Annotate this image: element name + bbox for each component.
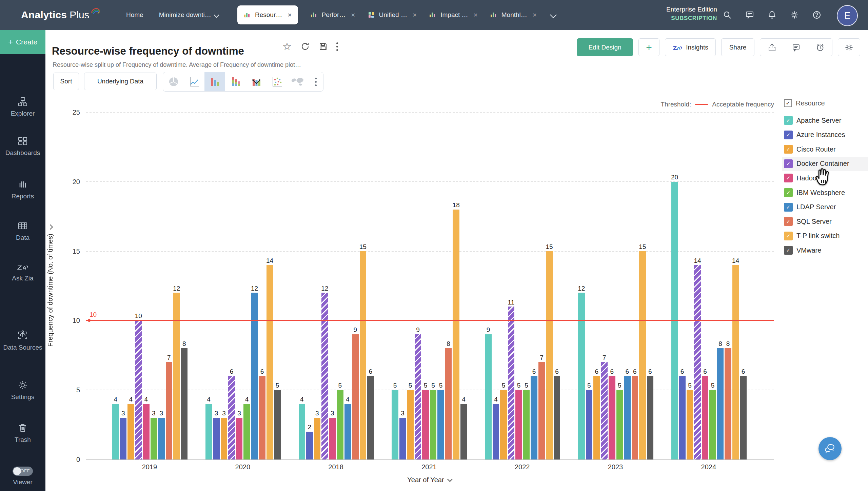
- bar-sql-server[interactable]: [725, 348, 731, 459]
- favorite-star-icon[interactable]: ☆: [282, 41, 292, 52]
- bar-docker-container[interactable]: [321, 293, 328, 459]
- help-icon[interactable]: [812, 11, 821, 19]
- create-button[interactable]: + Create: [0, 30, 45, 54]
- sidebar-item-reports[interactable]: Reports: [0, 179, 45, 200]
- bar-ibm-websphere[interactable]: [430, 390, 437, 459]
- bar-t-p-link-switch[interactable]: [267, 265, 273, 459]
- close-icon[interactable]: ×: [351, 11, 355, 19]
- bar-cisco-router[interactable]: [127, 404, 134, 459]
- bar-apache-server[interactable]: [205, 404, 212, 459]
- viewer-toggle[interactable]: OFF: [13, 467, 33, 476]
- bar-ibm-websphere[interactable]: [151, 418, 157, 459]
- bar-cisco-router[interactable]: [221, 418, 228, 459]
- legend-item[interactable]: Cisco Router: [782, 142, 868, 156]
- sidebar-item-dashboards[interactable]: Dashboards: [0, 136, 45, 157]
- bar-docker-container[interactable]: [508, 307, 515, 459]
- bar-cisco-router[interactable]: [687, 390, 693, 459]
- bar-vmware[interactable]: [181, 348, 188, 459]
- bar-apache-server[interactable]: [578, 293, 585, 459]
- bar-t-p-link-switch[interactable]: [173, 293, 180, 459]
- bar-t-p-link-switch[interactable]: [453, 210, 459, 459]
- bar-cisco-router[interactable]: [500, 390, 507, 459]
- legend-checkbox-swatch[interactable]: [784, 174, 793, 182]
- edit-design-button[interactable]: Edit Design: [577, 38, 633, 56]
- bar-hadoop[interactable]: [329, 418, 336, 459]
- sidebar-item-data-sources[interactable]: Data Sources: [0, 330, 45, 352]
- legend-checkbox-swatch[interactable]: [784, 246, 793, 255]
- bar-hadoop[interactable]: [422, 390, 429, 459]
- bar-t-p-link-switch[interactable]: [360, 251, 367, 459]
- legend-item[interactable]: VMware: [782, 243, 868, 257]
- bar-docker-container[interactable]: [135, 320, 142, 459]
- bar-vmware[interactable]: [740, 376, 747, 459]
- insights-button[interactable]: Insights: [665, 38, 716, 56]
- bar-cisco-router[interactable]: [593, 376, 600, 459]
- legend-checkbox-swatch[interactable]: [784, 145, 793, 154]
- bar-apache-server[interactable]: [392, 390, 398, 459]
- bar-azure-instances[interactable]: [120, 418, 127, 459]
- bar-ldap-server[interactable]: [251, 293, 258, 459]
- schedule-alarm-icon[interactable]: [808, 39, 832, 56]
- support-chat-button[interactable]: [818, 437, 842, 460]
- legend-item[interactable]: IBM Websphere: [782, 185, 868, 200]
- legend-checkbox-swatch[interactable]: [784, 131, 793, 139]
- bar-ldap-server[interactable]: [158, 418, 165, 459]
- bar-docker-container[interactable]: [694, 265, 701, 459]
- bar-hadoop[interactable]: [609, 376, 615, 459]
- save-icon[interactable]: [319, 42, 328, 51]
- legend-item[interactable]: SQL Server: [782, 214, 868, 229]
- bar-t-p-link-switch[interactable]: [639, 251, 646, 459]
- bar-docker-container[interactable]: [415, 334, 421, 459]
- bar-vmware[interactable]: [554, 376, 560, 459]
- add-button[interactable]: +: [638, 38, 659, 56]
- bar-ibm-websphere[interactable]: [709, 390, 716, 459]
- tab-impact[interactable]: Impact … ×: [429, 11, 478, 19]
- bar-hadoop[interactable]: [143, 404, 150, 459]
- legend-checkbox-swatch[interactable]: [784, 217, 793, 226]
- user-avatar[interactable]: E: [837, 5, 858, 26]
- bar-hadoop[interactable]: [236, 418, 243, 459]
- bar-vmware[interactable]: [367, 376, 374, 459]
- nav-workspace-dropdown[interactable]: Minimize downti…: [159, 11, 218, 19]
- combo-chart-icon[interactable]: [246, 72, 267, 91]
- legend-checkbox-swatch[interactable]: [784, 116, 793, 125]
- line-chart-icon[interactable]: [184, 72, 204, 91]
- title-more-menu-icon[interactable]: [336, 42, 338, 51]
- bar-apache-server[interactable]: [112, 404, 119, 459]
- close-icon[interactable]: ×: [533, 11, 537, 19]
- sidebar-item-data[interactable]: Data: [0, 220, 45, 242]
- bar-chart-icon-selected[interactable]: [204, 72, 225, 91]
- report-settings-button[interactable]: [838, 38, 860, 56]
- bar-cisco-router[interactable]: [314, 418, 321, 459]
- legend-header[interactable]: Resource: [782, 99, 868, 107]
- close-icon[interactable]: ×: [474, 11, 478, 19]
- tab-resource-wise[interactable]: Resour… ×: [237, 5, 298, 24]
- x-axis-title-block[interactable]: Year of Year: [407, 476, 452, 484]
- legend-checkbox-swatch[interactable]: [784, 159, 793, 168]
- bar-sql-server[interactable]: [259, 376, 265, 459]
- sidebar-item-ask-zia[interactable]: Ask Zia: [0, 262, 45, 282]
- share-button[interactable]: Share: [721, 38, 754, 56]
- bar-apache-server[interactable]: [485, 334, 492, 459]
- comments-icon[interactable]: [784, 39, 808, 56]
- legend-checkbox-swatch[interactable]: [784, 188, 793, 197]
- bar-ldap-server[interactable]: [344, 404, 351, 459]
- bar-hadoop[interactable]: [702, 376, 709, 459]
- bar-apache-server[interactable]: [299, 404, 305, 459]
- bar-azure-instances[interactable]: [213, 418, 220, 459]
- bar-azure-instances[interactable]: [306, 432, 313, 459]
- bar-sql-server[interactable]: [632, 376, 638, 459]
- stacked-bar-icon[interactable]: [225, 72, 246, 91]
- sidebar-item-settings[interactable]: Settings: [0, 380, 45, 401]
- bar-sql-server[interactable]: [352, 334, 359, 459]
- settings-gear-icon[interactable]: [790, 11, 799, 19]
- bar-docker-container[interactable]: [601, 362, 608, 459]
- bar-t-p-link-switch[interactable]: [546, 251, 553, 459]
- export-icon[interactable]: [760, 39, 784, 56]
- search-icon[interactable]: [723, 11, 732, 19]
- select-all-checkbox[interactable]: [784, 99, 792, 107]
- bar-ibm-websphere[interactable]: [337, 390, 343, 459]
- app-logo[interactable]: Analytics Plus: [21, 0, 100, 30]
- tab-unified[interactable]: Unified … ×: [368, 11, 417, 19]
- legend-checkbox-swatch[interactable]: [784, 232, 793, 240]
